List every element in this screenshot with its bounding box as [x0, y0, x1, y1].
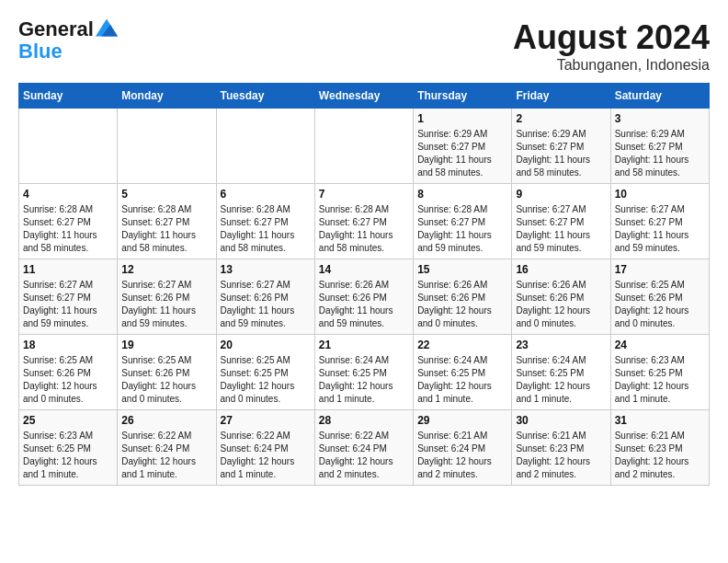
day-number: 14 [319, 263, 409, 276]
day-number: 23 [516, 339, 606, 351]
weekday-header-sunday: Sunday [19, 84, 118, 109]
calendar-cell: 23Sunrise: 6:24 AM Sunset: 6:25 PM Dayli… [512, 335, 610, 410]
weekday-header-thursday: Thursday [414, 84, 512, 109]
day-info: Sunrise: 6:24 AM Sunset: 6:25 PM Dayligh… [319, 354, 409, 406]
day-number: 10 [615, 188, 705, 201]
calendar-cell: 20Sunrise: 6:25 AM Sunset: 6:25 PM Dayli… [216, 335, 314, 410]
logo-icon [96, 18, 118, 37]
day-number: 12 [121, 263, 211, 276]
day-number: 27 [221, 414, 311, 427]
day-info: Sunrise: 6:22 AM Sunset: 6:24 PM Dayligh… [319, 430, 409, 481]
calendar-week-3: 11Sunrise: 6:27 AM Sunset: 6:27 PM Dayli… [19, 259, 710, 335]
day-number: 22 [417, 339, 507, 351]
day-info: Sunrise: 6:28 AM Sunset: 6:27 PM Dayligh… [121, 203, 211, 255]
calendar-cell: 6Sunrise: 6:28 AM Sunset: 6:27 PM Daylig… [216, 184, 314, 259]
calendar-cell: 9Sunrise: 6:27 AM Sunset: 6:27 PM Daylig… [512, 184, 610, 259]
day-info: Sunrise: 6:26 AM Sunset: 6:26 PM Dayligh… [417, 279, 507, 330]
calendar-body: 1Sunrise: 6:29 AM Sunset: 6:27 PM Daylig… [19, 109, 710, 486]
day-info: Sunrise: 6:28 AM Sunset: 6:27 PM Dayligh… [417, 203, 507, 255]
calendar-cell [314, 109, 413, 184]
calendar-cell: 14Sunrise: 6:26 AM Sunset: 6:26 PM Dayli… [314, 259, 413, 335]
day-number: 17 [615, 263, 705, 276]
day-info: Sunrise: 6:27 AM Sunset: 6:27 PM Dayligh… [615, 203, 705, 255]
calendar-header: SundayMondayTuesdayWednesdayThursdayFrid… [19, 84, 710, 109]
calendar-table: SundayMondayTuesdayWednesdayThursdayFrid… [18, 83, 710, 486]
calendar-cell: 19Sunrise: 6:25 AM Sunset: 6:26 PM Dayli… [118, 335, 216, 410]
day-number: 13 [221, 263, 311, 276]
day-number: 21 [319, 339, 409, 351]
weekday-header-wednesday: Wednesday [314, 84, 413, 109]
day-info: Sunrise: 6:23 AM Sunset: 6:25 PM Dayligh… [23, 430, 113, 481]
page-header: General Blue August 2024 Tabunganen, Ind… [18, 18, 710, 74]
calendar-cell [216, 109, 314, 184]
calendar-cell: 7Sunrise: 6:28 AM Sunset: 6:27 PM Daylig… [314, 184, 413, 259]
day-number: 11 [23, 263, 113, 276]
day-number: 2 [516, 112, 606, 125]
day-number: 19 [121, 339, 211, 351]
day-info: Sunrise: 6:28 AM Sunset: 6:27 PM Dayligh… [221, 203, 311, 255]
day-number: 4 [23, 188, 113, 201]
day-number: 9 [516, 188, 606, 201]
day-info: Sunrise: 6:23 AM Sunset: 6:25 PM Dayligh… [615, 354, 705, 406]
calendar-week-1: 1Sunrise: 6:29 AM Sunset: 6:27 PM Daylig… [19, 109, 710, 184]
day-number: 15 [417, 263, 507, 276]
weekday-header-saturday: Saturday [610, 84, 709, 109]
day-info: Sunrise: 6:25 AM Sunset: 6:25 PM Dayligh… [221, 354, 311, 406]
day-info: Sunrise: 6:27 AM Sunset: 6:27 PM Dayligh… [516, 203, 606, 255]
day-info: Sunrise: 6:28 AM Sunset: 6:27 PM Dayligh… [319, 203, 409, 255]
calendar-cell: 15Sunrise: 6:26 AM Sunset: 6:26 PM Dayli… [414, 259, 512, 335]
calendar-cell: 26Sunrise: 6:22 AM Sunset: 6:24 PM Dayli… [118, 410, 216, 486]
day-info: Sunrise: 6:29 AM Sunset: 6:27 PM Dayligh… [516, 128, 606, 179]
calendar-cell: 8Sunrise: 6:28 AM Sunset: 6:27 PM Daylig… [414, 184, 512, 259]
day-number: 16 [516, 263, 606, 276]
day-info: Sunrise: 6:21 AM Sunset: 6:24 PM Dayligh… [417, 430, 507, 481]
day-number: 28 [319, 414, 409, 427]
title-block: August 2024 Tabunganen, Indonesia [513, 18, 710, 74]
day-number: 5 [121, 188, 211, 201]
calendar-cell: 21Sunrise: 6:24 AM Sunset: 6:25 PM Dayli… [314, 335, 413, 410]
day-number: 20 [221, 339, 311, 351]
calendar-cell: 3Sunrise: 6:29 AM Sunset: 6:27 PM Daylig… [610, 109, 709, 184]
day-info: Sunrise: 6:29 AM Sunset: 6:27 PM Dayligh… [417, 128, 507, 179]
day-number: 26 [121, 414, 211, 427]
calendar-cell: 11Sunrise: 6:27 AM Sunset: 6:27 PM Dayli… [19, 259, 118, 335]
day-number: 24 [615, 339, 705, 351]
day-info: Sunrise: 6:28 AM Sunset: 6:27 PM Dayligh… [23, 203, 113, 255]
calendar-cell: 22Sunrise: 6:24 AM Sunset: 6:25 PM Dayli… [414, 335, 512, 410]
calendar-cell: 10Sunrise: 6:27 AM Sunset: 6:27 PM Dayli… [610, 184, 709, 259]
calendar-cell: 2Sunrise: 6:29 AM Sunset: 6:27 PM Daylig… [512, 109, 610, 184]
calendar-week-4: 18Sunrise: 6:25 AM Sunset: 6:26 PM Dayli… [19, 335, 710, 410]
day-info: Sunrise: 6:22 AM Sunset: 6:24 PM Dayligh… [121, 430, 211, 481]
day-info: Sunrise: 6:25 AM Sunset: 6:26 PM Dayligh… [23, 354, 113, 406]
day-info: Sunrise: 6:29 AM Sunset: 6:27 PM Dayligh… [615, 128, 705, 179]
calendar-cell: 30Sunrise: 6:21 AM Sunset: 6:23 PM Dayli… [512, 410, 610, 486]
logo: General Blue [18, 18, 118, 63]
calendar-cell: 16Sunrise: 6:26 AM Sunset: 6:26 PM Dayli… [512, 259, 610, 335]
day-info: Sunrise: 6:27 AM Sunset: 6:27 PM Dayligh… [23, 279, 113, 330]
weekday-header-tuesday: Tuesday [216, 84, 314, 109]
day-info: Sunrise: 6:24 AM Sunset: 6:25 PM Dayligh… [417, 354, 507, 406]
calendar-cell: 1Sunrise: 6:29 AM Sunset: 6:27 PM Daylig… [414, 109, 512, 184]
calendar-cell: 5Sunrise: 6:28 AM Sunset: 6:27 PM Daylig… [118, 184, 216, 259]
day-number: 6 [221, 188, 311, 201]
calendar-week-2: 4Sunrise: 6:28 AM Sunset: 6:27 PM Daylig… [19, 184, 710, 259]
day-number: 18 [23, 339, 113, 351]
day-info: Sunrise: 6:26 AM Sunset: 6:26 PM Dayligh… [516, 279, 606, 330]
day-number: 8 [417, 188, 507, 201]
day-info: Sunrise: 6:25 AM Sunset: 6:26 PM Dayligh… [615, 279, 705, 330]
calendar-cell: 27Sunrise: 6:22 AM Sunset: 6:24 PM Dayli… [216, 410, 314, 486]
calendar-cell: 25Sunrise: 6:23 AM Sunset: 6:25 PM Dayli… [19, 410, 118, 486]
day-number: 3 [615, 112, 705, 125]
day-info: Sunrise: 6:21 AM Sunset: 6:23 PM Dayligh… [615, 430, 705, 481]
logo-general: General [18, 18, 94, 40]
logo-blue: Blue [18, 40, 118, 63]
month-title: August 2024 [513, 18, 710, 57]
calendar-cell: 28Sunrise: 6:22 AM Sunset: 6:24 PM Dayli… [314, 410, 413, 486]
day-info: Sunrise: 6:27 AM Sunset: 6:26 PM Dayligh… [121, 279, 211, 330]
day-number: 31 [615, 414, 705, 427]
day-info: Sunrise: 6:24 AM Sunset: 6:25 PM Dayligh… [516, 354, 606, 406]
calendar-cell: 17Sunrise: 6:25 AM Sunset: 6:26 PM Dayli… [610, 259, 709, 335]
day-info: Sunrise: 6:22 AM Sunset: 6:24 PM Dayligh… [221, 430, 311, 481]
calendar-cell: 4Sunrise: 6:28 AM Sunset: 6:27 PM Daylig… [19, 184, 118, 259]
calendar-cell [118, 109, 216, 184]
